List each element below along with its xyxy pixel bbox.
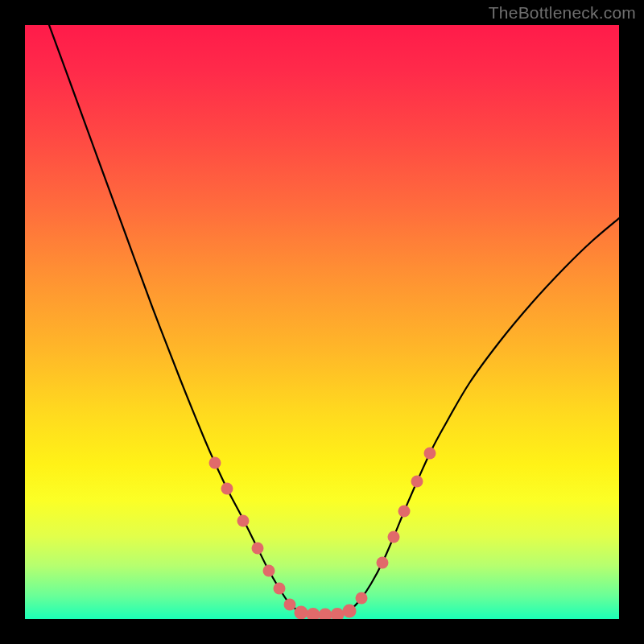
marker-left-1 — [221, 483, 233, 495]
marker-bottom-2 — [319, 609, 332, 620]
chart-svg — [25, 25, 619, 619]
marker-left-2 — [237, 515, 250, 527]
plot-area — [25, 25, 619, 619]
marker-left-0 — [209, 457, 221, 469]
marker-left-6 — [284, 599, 296, 611]
marker-right-5 — [424, 448, 436, 460]
marker-bottom-0 — [295, 606, 308, 620]
marker-right-0 — [356, 592, 368, 605]
bottleneck-curve — [49, 25, 619, 615]
marker-right-1 — [377, 557, 389, 569]
marker-right-3 — [398, 506, 411, 518]
marker-left-5 — [274, 583, 286, 595]
marker-bottom-4 — [343, 605, 357, 618]
marker-left-3 — [252, 543, 264, 555]
chart-frame: TheBottleneck.com — [0, 0, 644, 644]
marker-bottom-1 — [307, 608, 320, 619]
watermark-text: TheBottleneck.com — [489, 3, 636, 23]
marker-right-4 — [411, 476, 423, 488]
marker-left-4 — [263, 565, 275, 577]
marker-right-2 — [388, 531, 400, 543]
marker-bottom-3 — [331, 608, 345, 619]
data-markers — [209, 448, 436, 620]
